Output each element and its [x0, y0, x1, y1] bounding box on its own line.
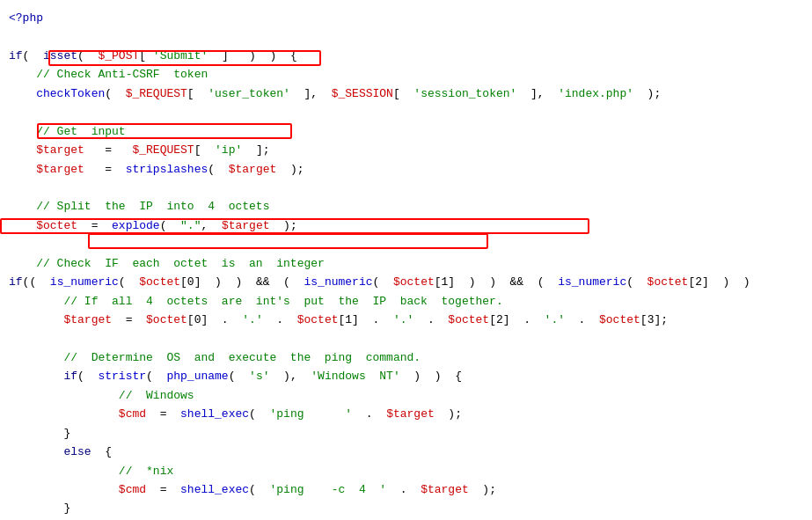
line-blank-3 [9, 179, 803, 197]
line-15: if(( is_numeric( $octet[0] ) ) && ( is_n… [9, 273, 803, 291]
line-blank-1 [9, 27, 803, 46]
line-17: $target = $octet[0] . '.' . $octet[1] . … [9, 311, 803, 329]
line-blank-5 [9, 329, 803, 348]
line-8: $target = $_REQUEST[ 'ip' ]; [9, 141, 803, 159]
line-19: // Determine OS and execute the ping com… [9, 348, 803, 367]
line-25: // *nix [9, 462, 803, 480]
line-3: if( isset( $_POST[ 'Submit' ] ) ) { [9, 47, 803, 65]
line-22: $cmd = shell_exec( 'ping ' . $target ); [9, 405, 803, 423]
line-12: $octet = explode( ".", $target ); [9, 216, 803, 235]
code-viewer: <?php if( isset( $_POST[ 'Submit' ] ) ) … [0, 0, 812, 520]
line-16: // If all 4 octets are int's put the IP … [9, 292, 803, 311]
line-4: // Check Anti-CSRF token [9, 65, 803, 84]
line-20: if( stristr( php_uname( 's' ), 'Windows … [9, 367, 803, 385]
line-blank-2 [9, 103, 803, 121]
line-27: } [9, 499, 803, 517]
line-blank-4 [9, 235, 803, 253]
line-1: <?php [9, 9, 803, 27]
line-11: // Split the IP into 4 octets [9, 197, 803, 216]
line-5: checkToken( $_REQUEST[ 'user_token' ], $… [9, 84, 803, 103]
line-26: $cmd = shell_exec( 'ping -c 4 ' . $targe… [9, 480, 803, 499]
line-21: // Windows [9, 386, 803, 405]
line-9: $target = stripslashes( $target ); [9, 160, 803, 179]
line-7: // Get input [9, 122, 803, 141]
line-23: } [9, 424, 803, 443]
line-24: else { [9, 443, 803, 461]
line-14: // Check IF each octet is an integer [9, 254, 803, 273]
